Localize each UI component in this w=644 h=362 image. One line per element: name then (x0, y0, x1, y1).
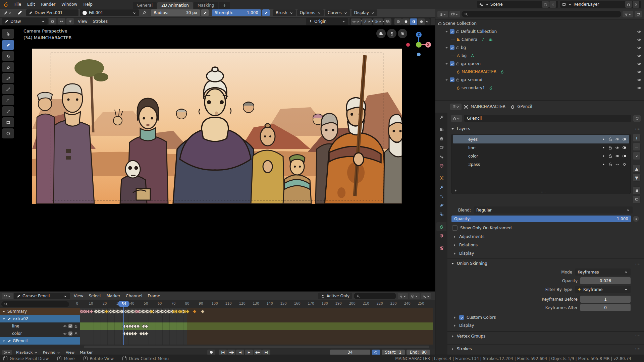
stroke-placement-selector[interactable]: Origin (306, 18, 348, 25)
triangle-right-icon[interactable] (453, 316, 457, 319)
renderlayer-copy-button[interactable] (625, 1, 632, 8)
dopesheet-menu-frame[interactable]: Frame (145, 294, 163, 298)
properties-editor-type[interactable] (450, 104, 462, 110)
properties-tab-texture[interactable] (436, 244, 446, 253)
renderlayer-remove-button[interactable] (633, 1, 639, 8)
move-layer-up-button[interactable]: ▲ (633, 165, 641, 173)
onion-skin-icon[interactable] (622, 162, 627, 167)
gp-layer-row-line[interactable]: line (453, 143, 629, 152)
viewport-menu-strokes[interactable]: Strokes (90, 19, 110, 24)
radius-slider[interactable]: Radius: 30 px (151, 9, 200, 16)
channel-keys[interactable] (80, 322, 433, 330)
shading-wireframe-button[interactable] (394, 18, 402, 25)
dopesheet-menu-select[interactable]: Select (86, 294, 104, 298)
lock-layers-button[interactable] (633, 186, 641, 194)
timeline-menu-marker[interactable]: Marker (77, 350, 95, 355)
gp-layer-row-3pass[interactable]: 3pass (453, 160, 629, 169)
keyframes-after-field[interactable]: 0 (580, 304, 631, 311)
panel-collapsed-display[interactable]: Display (447, 247, 644, 256)
remove-layer-button[interactable]: − (633, 143, 641, 151)
breadcrumb-data[interactable]: GPencil (517, 104, 532, 109)
outliner-row-camera[interactable]: Camera (435, 36, 644, 44)
properties-tab-constraint[interactable] (436, 210, 446, 219)
radius-pressure-button[interactable] (201, 9, 209, 16)
tool-fill[interactable] (2, 51, 14, 61)
channel-name-gpencil[interactable]: GPencil (0, 337, 80, 345)
eye-icon[interactable] (615, 154, 620, 158)
eye-icon[interactable] (615, 137, 620, 141)
use-preview-range-button[interactable] (372, 350, 380, 355)
strength-slider[interactable]: Strength: 1.000 (212, 9, 261, 16)
outliner-row-default-collection[interactable]: Default Collection (435, 27, 644, 36)
proportional-editing-dropdown[interactable] (410, 293, 420, 299)
multiframe-pages-toggle[interactable] (49, 18, 56, 24)
panel-grip[interactable]: :::: (635, 335, 641, 338)
panel-grip[interactable]: :::: (635, 127, 641, 130)
channel-keys[interactable] (80, 330, 433, 337)
gp-layer-row-eyes[interactable]: eyes (453, 135, 629, 143)
outliner-row-maincharacter[interactable]: MAINCHARACTER (435, 68, 644, 76)
pan-view-button[interactable] (387, 29, 396, 38)
dopesheet-filter-dropdown[interactable] (398, 293, 408, 299)
topbar-menu-window[interactable]: Window (58, 2, 80, 7)
keyframe[interactable] (193, 309, 197, 314)
tool-tweak[interactable] (2, 29, 14, 39)
dopesheet-menu-channel[interactable]: Channel (123, 294, 145, 298)
gpencil-datablock-dropdown[interactable] (451, 115, 462, 122)
strength-pressure-button[interactable] (262, 9, 270, 16)
outliner-row-secondary1[interactable]: secondary1 (435, 84, 644, 92)
shading-material-button[interactable] (410, 18, 417, 25)
record-button[interactable] (207, 350, 215, 355)
lock-open-icon[interactable] (74, 324, 78, 328)
channel-checkbox[interactable] (68, 331, 72, 336)
outliner-display-mode[interactable] (437, 11, 448, 17)
navigation-gizmo[interactable]: Z X (404, 28, 433, 57)
channel-name-summary[interactable]: Summary (0, 308, 80, 315)
shading-rendered-button[interactable] (418, 18, 425, 25)
eye-icon[interactable] (637, 70, 641, 74)
multiframe-falloff-toggle[interactable] (66, 18, 74, 24)
gizmo-y-axis[interactable] (416, 42, 422, 48)
brush-name-field[interactable]: Draw Pen.001 (26, 9, 78, 16)
tool-draw[interactable] (2, 40, 14, 50)
channel-name-color[interactable]: color (0, 330, 80, 337)
properties-tab-viewlayer[interactable] (436, 143, 446, 152)
gp-layer-row-color[interactable]: color (453, 152, 629, 160)
editor-type-selector[interactable] (2, 293, 13, 299)
properties-tab-data[interactable] (436, 222, 446, 231)
outliner-search-input[interactable] (462, 11, 621, 17)
shading-solid-button[interactable] (402, 18, 410, 25)
view-layers-button[interactable] (633, 195, 641, 203)
list-resize-grip[interactable]: :::: (541, 190, 546, 193)
panel-collapsed-relations[interactable]: Relations (447, 239, 644, 247)
properties-tab-object[interactable] (436, 174, 446, 183)
start-frame-field[interactable]: Start: 1 (382, 350, 405, 355)
properties-tab-fx[interactable] (436, 192, 446, 201)
gizmo-x-axis[interactable]: X (425, 42, 431, 48)
active-tool-selector[interactable] (2, 10, 13, 16)
dopesheet-menu-marker[interactable]: Marker (104, 294, 123, 298)
play-reverse-button[interactable]: ◀ (236, 350, 244, 355)
material-selector[interactable]: Fill.001 (80, 9, 139, 16)
onion-skin-icon[interactable] (622, 154, 627, 158)
collection-checkbox[interactable] (450, 29, 454, 34)
eye-icon[interactable] (63, 324, 67, 328)
channel-checkbox[interactable] (68, 324, 72, 328)
layer-specials-button[interactable] (633, 152, 641, 160)
workspace-tab-masking[interactable]: Masking (194, 2, 218, 9)
brush-preview-button[interactable] (15, 10, 25, 16)
jump-to-end-button[interactable]: ▶| (262, 350, 270, 355)
layers-panel-header[interactable]: Layers :::: (447, 124, 644, 133)
playhead[interactable] (123, 306, 124, 345)
new-collection-button[interactable] (635, 11, 642, 17)
outliner-row-bg[interactable]: bg (435, 44, 644, 52)
gizmos-dropdown[interactable] (362, 18, 372, 25)
outliner-row-bg[interactable]: bg (435, 52, 644, 60)
tool-cutter[interactable] (2, 73, 14, 83)
dopesheet-search-input[interactable] (354, 293, 396, 299)
popover-brush[interactable]: Brush (273, 9, 296, 16)
eye-icon[interactable] (637, 78, 641, 82)
onion-mode-dropdown[interactable]: Keyframes (575, 268, 631, 276)
keyframe[interactable] (201, 309, 205, 314)
channel-keys[interactable] (80, 315, 433, 322)
